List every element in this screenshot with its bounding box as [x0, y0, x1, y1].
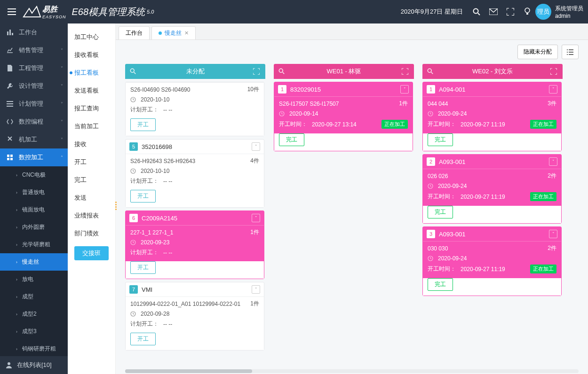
- chevron-down-icon[interactable]: ˅: [252, 214, 260, 222]
- card-title: 832029015: [290, 86, 397, 93]
- card-body: 044 0443件 2020-09-24开工时间：2020-09-27 11:1…: [423, 97, 561, 133]
- sidebar-item[interactable]: 设计管理˅: [0, 77, 68, 95]
- bulb-button[interactable]: [523, 8, 532, 16]
- task-card[interactable]: 5 352016698 ˅ S26-H92643 S26-H926434件 20…: [125, 139, 264, 208]
- card-footer: 完工: [423, 278, 561, 296]
- horizontal-scrollbar[interactable]: [116, 369, 588, 374]
- column-title: 未分配: [137, 67, 253, 76]
- subnav-item[interactable]: 当前加工: [68, 117, 115, 135]
- sidebar-subitem[interactable]: ›慢走丝: [0, 253, 68, 271]
- subnav-item[interactable]: 开工: [68, 153, 115, 171]
- card-action-button[interactable]: 开工: [130, 118, 156, 131]
- sidebar-subitem[interactable]: ›镜面放电: [0, 201, 68, 218]
- fullscreen-button[interactable]: [506, 8, 515, 16]
- plan-value: -- --: [163, 107, 172, 113]
- chevron-down-icon[interactable]: ˅: [549, 230, 557, 238]
- online-list[interactable]: 在线列表[10]: [0, 356, 68, 374]
- subnav-item[interactable]: 报工看板: [68, 64, 115, 82]
- date: 2020-09-24: [438, 255, 467, 262]
- order-badge: 2: [427, 157, 435, 166]
- shift-button[interactable]: 交接班: [74, 246, 109, 260]
- sidebar-subitem[interactable]: ›光学研磨粗: [0, 236, 68, 253]
- card-action-button[interactable]: 完工: [428, 206, 453, 218]
- search-button[interactable]: [472, 8, 481, 16]
- card-action-button[interactable]: 开工: [130, 333, 156, 345]
- tabs-row: 工作台慢走丝✕: [116, 23, 588, 40]
- sidebar-subitem[interactable]: ›CNC电极: [0, 166, 68, 184]
- tab[interactable]: 慢走丝✕: [151, 26, 196, 39]
- subnav-item[interactable]: 部门绩效: [68, 225, 115, 242]
- subnav-item[interactable]: 发送: [68, 189, 115, 207]
- chevron-down-icon: ˅: [61, 84, 63, 89]
- card-action-button[interactable]: 开工: [130, 190, 156, 203]
- sidebar-subitem[interactable]: ›放电: [0, 271, 68, 288]
- sidebar-subitem[interactable]: ›钨钢研磨开粗: [0, 340, 68, 358]
- subnav-item[interactable]: 发送看板: [68, 82, 115, 100]
- expand-icon[interactable]: [402, 68, 409, 75]
- subnav-item[interactable]: 报工查询: [68, 100, 115, 117]
- sidebar-item[interactable]: 工作台: [0, 23, 68, 41]
- view-toggle-button[interactable]: [562, 45, 579, 59]
- sidebar-item[interactable]: 工程管理˅: [0, 59, 68, 77]
- subnav-item[interactable]: 加工中心: [68, 28, 115, 46]
- task-card[interactable]: 1 832029015 ˅ S26-I17507 S26-I175071件 20…: [274, 82, 413, 151]
- chevron-down-icon[interactable]: ˅: [549, 157, 557, 166]
- task-card[interactable]: 7 VMI ˅ 10129994-0222-01_A01 10129994-02…: [125, 282, 264, 351]
- mail-icon: [489, 8, 498, 15]
- sidebar-item[interactable]: 数控编程˅: [0, 113, 68, 131]
- date: 2020-09-14: [289, 110, 318, 117]
- chevron-down-icon[interactable]: ˅: [549, 85, 557, 94]
- hide-unassigned-button[interactable]: 隐藏未分配: [517, 45, 558, 59]
- chevron-down-icon[interactable]: ˅: [252, 142, 260, 151]
- task-card[interactable]: S26-I04690 S26-I0469010件 2020-10-10计划开工：…: [125, 82, 264, 136]
- svg-point-0: [474, 9, 478, 14]
- task-card[interactable]: 3 A093-001 ˅ 030 0302件 2020-09-24开工时间：20…: [422, 226, 562, 296]
- sidebar-subitem[interactable]: ›成型2: [0, 305, 68, 323]
- card-action-button[interactable]: 完工: [279, 133, 304, 146]
- task-card[interactable]: 1 A094-001 ˅ 044 0443件 2020-09-24开工时间：20…: [422, 82, 562, 151]
- sidebar-subitem[interactable]: ›内外圆磨: [0, 218, 68, 236]
- search-icon[interactable]: [427, 68, 435, 75]
- sidebar-subitem[interactable]: ›普通放电: [0, 184, 68, 201]
- chevron-down-icon[interactable]: ˅: [252, 285, 260, 294]
- sidebar-item[interactable]: 销售管理˅: [0, 41, 68, 59]
- close-icon[interactable]: ✕: [184, 30, 189, 36]
- task-card[interactable]: 6 C2009A2145 ˅ 227-1_1 227-1_11件 2020-09…: [125, 210, 264, 279]
- card-action-button[interactable]: 开工: [130, 261, 156, 274]
- card-title: A094-001: [439, 86, 545, 93]
- user-info[interactable]: 系统管理员 admin: [555, 5, 583, 19]
- sidebar-item[interactable]: 计划管理˅: [0, 95, 68, 113]
- chart-icon: [6, 47, 14, 54]
- card-action-button[interactable]: 完工: [428, 278, 453, 291]
- card-action-button[interactable]: 完工: [428, 133, 453, 146]
- part-codes: 026 026: [428, 173, 448, 179]
- task-card[interactable]: 2 A093-001 ˅ 026 0262件 2020-09-24开工时间：20…: [422, 154, 562, 224]
- subnav-item[interactable]: 接收看板: [68, 46, 115, 64]
- sidebar-subitem[interactable]: ›成型3: [0, 323, 68, 340]
- tab[interactable]: 工作台: [119, 26, 150, 39]
- subnav-item[interactable]: 完工: [68, 171, 115, 189]
- expand-icon[interactable]: [550, 68, 558, 75]
- card-footer: 完工: [423, 206, 561, 223]
- avatar[interactable]: 理员: [535, 4, 551, 20]
- sidebar-item-label: 机加工: [19, 135, 37, 144]
- chevron-down-icon[interactable]: ˅: [400, 85, 409, 94]
- status-badge: 正在加工: [530, 265, 556, 273]
- subnav-item[interactable]: 接收: [68, 135, 115, 153]
- sidebar-item[interactable]: 数控加工˄: [0, 148, 68, 166]
- subnav: 加工中心接收看板报工看板发送看板报工查询当前加工接收开工完工发送业绩报表部门绩效…: [68, 23, 116, 374]
- expand-icon[interactable]: [253, 68, 261, 75]
- mail-button[interactable]: [489, 8, 498, 16]
- resize-handle[interactable]: [115, 199, 118, 213]
- sidebar-subitem[interactable]: ›成型: [0, 288, 68, 305]
- subnav-item[interactable]: 业绩报表: [68, 207, 115, 225]
- date: 2020-09-24: [438, 183, 467, 189]
- svg-point-13: [279, 69, 283, 72]
- menu-toggle-button[interactable]: [5, 5, 19, 19]
- kanban-column: WE01 - 林驱 1 832029015 ˅ S26-I17507 S26-I…: [274, 64, 414, 364]
- sidebar-item-label: 工程管理: [19, 64, 43, 72]
- sidebar-item[interactable]: 机加工˅: [0, 131, 68, 148]
- search-icon[interactable]: [278, 68, 286, 75]
- caret-right-icon: ›: [16, 260, 17, 265]
- search-icon[interactable]: [130, 68, 137, 75]
